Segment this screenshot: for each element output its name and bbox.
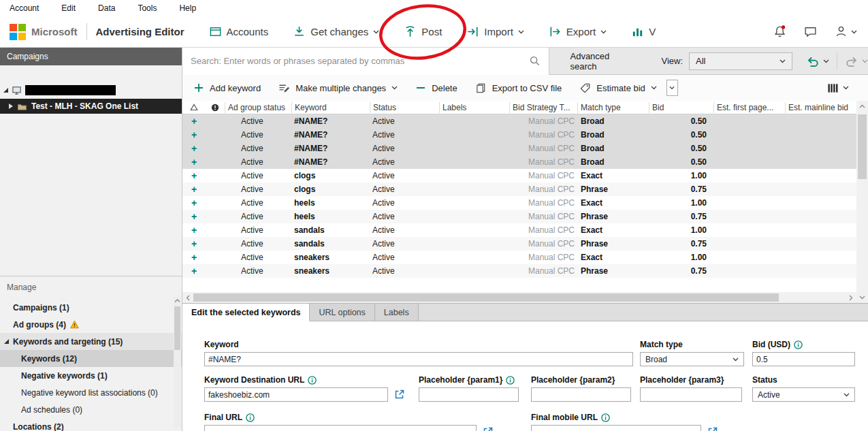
row-add-icon[interactable]: + (182, 266, 206, 276)
keyword-field[interactable] (204, 352, 633, 366)
view-dropdown[interactable]: All (689, 52, 792, 70)
column-header[interactable]: Ad group status (225, 102, 291, 113)
sidebar-scrollbar[interactable] (174, 297, 181, 428)
table-row[interactable]: +ActivesneakersActiveManual CPCPhrase0.7… (182, 264, 856, 278)
table-row[interactable]: +ActiveclogsActiveManual CPCExact1.00 (182, 169, 856, 182)
row-add-icon[interactable]: + (182, 129, 206, 140)
sidebar-item-ad-schedules-0[interactable]: Ad schedules (0) (0, 401, 182, 418)
scroll-up-icon[interactable] (856, 101, 868, 112)
row-add-icon[interactable]: + (182, 170, 206, 181)
status-dropdown[interactable]: Active (752, 387, 855, 402)
scroll-down-icon[interactable] (856, 292, 868, 303)
table-row[interactable]: +ActiveheelsActiveManual CPCPhrase0.75 (182, 210, 856, 223)
account-tree-row[interactable] (0, 83, 182, 97)
row-add-icon[interactable]: + (182, 116, 206, 127)
table-row[interactable]: +ActiveclogsActiveManual CPCPhrase0.75 (182, 182, 856, 196)
column-header[interactable]: Keyword (291, 102, 370, 113)
bid-field[interactable] (752, 352, 855, 366)
row-add-icon[interactable]: + (182, 211, 206, 222)
sidebar-item-campaigns-1[interactable]: Campaigns (1) (0, 299, 182, 316)
row-add-icon[interactable]: + (182, 238, 206, 249)
sidebar-item-ad-groups-4[interactable]: Ad groups (4) (0, 316, 182, 333)
final-mobile-url-field[interactable] (531, 425, 701, 431)
table-row[interactable]: +Active#NAME?ActiveManual CPCBroad0.50 (182, 114, 856, 128)
param3-field[interactable] (640, 387, 742, 402)
menu-help[interactable]: Help (179, 3, 196, 13)
param1-field[interactable] (419, 387, 519, 402)
destination-url-field[interactable] (204, 387, 388, 402)
import-button[interactable]: Import (466, 25, 524, 38)
estimate-bid-button[interactable]: Estimate bid (579, 82, 657, 94)
campaign-tree-row-selected[interactable]: Test - MLH - SKAG One List (0, 99, 182, 114)
notifications-bell-icon[interactable] (773, 25, 787, 39)
scroll-right-icon[interactable] (846, 292, 856, 303)
menu-data[interactable]: Data (98, 3, 115, 13)
scrollbar-thumb[interactable] (858, 114, 867, 179)
sidebar-item-keywords-12[interactable]: Keywords (12) (0, 350, 182, 367)
error-column-icon[interactable] (206, 103, 225, 112)
redo-button[interactable] (845, 54, 868, 68)
scroll-up-icon[interactable] (174, 298, 180, 303)
table-row[interactable]: +ActivesandalsActiveManual CPCExact1.00 (182, 223, 856, 237)
post-button[interactable]: Post (404, 25, 442, 38)
horizontal-scrollbar[interactable] (182, 292, 856, 303)
info-icon[interactable] (794, 340, 803, 349)
row-add-icon[interactable]: + (182, 157, 206, 167)
param2-field[interactable] (531, 387, 631, 402)
undo-button[interactable] (806, 54, 829, 68)
info-icon[interactable] (506, 376, 515, 385)
match-type-dropdown[interactable]: Broad (640, 352, 744, 366)
final-url-field[interactable] (204, 425, 477, 431)
sidebar-item-negative-keyword-list-associations-0[interactable]: Negative keyword list associations (0) (0, 384, 182, 401)
table-row[interactable]: +Active#NAME?ActiveManual CPCBroad0.50 (182, 128, 856, 142)
row-add-icon[interactable]: + (182, 197, 206, 208)
tab-edit-selected-keywords[interactable]: Edit the selected keywords (182, 304, 310, 321)
column-header[interactable]: Bid Strategy T... (509, 102, 577, 113)
sidebar-item-keywords-and-targeting-15[interactable]: Keywords and targeting (15) (0, 333, 182, 350)
table-row[interactable]: +Active#NAME?ActiveManual CPCBroad0.50 (182, 155, 856, 169)
column-header[interactable]: Status (370, 102, 439, 113)
scroll-left-icon[interactable] (182, 292, 193, 303)
account-menu[interactable] (834, 25, 857, 39)
get-changes-button[interactable]: Get changes (293, 25, 379, 38)
info-icon[interactable] (308, 376, 317, 385)
view-stats-button[interactable]: V (631, 25, 656, 38)
table-row[interactable]: +Active#NAME?ActiveManual CPCBroad0.50 (182, 142, 856, 155)
delete-button[interactable]: Delete (415, 82, 457, 93)
expand-arrow-icon[interactable] (3, 88, 8, 93)
feedback-comment-icon[interactable] (803, 25, 818, 39)
column-header[interactable]: Est. first page... (713, 102, 785, 113)
row-add-icon[interactable]: + (182, 184, 206, 195)
row-add-icon[interactable]: + (182, 225, 206, 236)
search-input[interactable] (191, 56, 529, 66)
add-keyword-button[interactable]: Add keyword (193, 82, 261, 93)
sort-indicator-icon[interactable] (182, 103, 206, 111)
export-button[interactable]: Export (549, 25, 607, 38)
vertical-scrollbar[interactable] (856, 101, 868, 303)
sidebar-item-negative-keywords-1[interactable]: Negative keywords (1) (0, 367, 182, 384)
tab-labels[interactable]: Labels (375, 304, 419, 321)
table-row[interactable]: +ActivesandalsActiveManual CPCPhrase0.75 (182, 237, 856, 251)
row-add-icon[interactable]: + (182, 252, 206, 263)
collapsed-arrow-icon[interactable] (9, 103, 13, 109)
column-header[interactable]: Labels (439, 102, 509, 113)
more-actions-dropdown[interactable] (666, 80, 678, 96)
open-link-icon[interactable] (483, 426, 494, 431)
scrollbar-thumb[interactable] (193, 293, 779, 302)
column-header[interactable]: Match type (577, 102, 649, 113)
search-box[interactable] (182, 48, 549, 75)
column-header[interactable]: Bid (649, 102, 713, 113)
advanced-search-button[interactable]: Advanced search (570, 51, 638, 71)
info-icon[interactable] (601, 413, 610, 422)
make-multiple-changes-button[interactable]: Make multiple changes (278, 82, 398, 94)
sidebar-item-locations-2[interactable]: Locations (2) (0, 418, 182, 431)
column-header[interactable]: Est. mainline bid (785, 102, 856, 113)
choose-columns-button[interactable] (827, 82, 849, 94)
menu-tools[interactable]: Tools (138, 3, 157, 13)
expand-arrow-icon[interactable] (4, 339, 9, 344)
export-to-csv-button[interactable]: Export to CSV file (475, 82, 562, 94)
scrollbar-thumb[interactable] (174, 306, 180, 350)
accounts-button[interactable]: Accounts (209, 25, 269, 38)
open-link-icon[interactable] (707, 426, 718, 431)
info-icon[interactable] (246, 413, 255, 422)
